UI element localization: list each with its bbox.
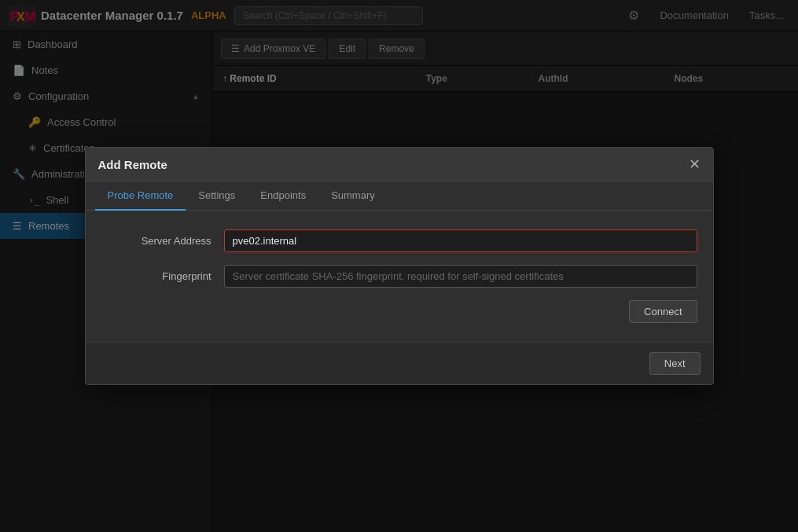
next-button[interactable]: Next: [649, 352, 701, 375]
add-remote-dialog: Add Remote ✕ Probe Remote Settings Endpo…: [85, 147, 714, 385]
dialog-body: Server Address Fingerprint Connect: [86, 211, 713, 342]
dialog-tabs: Probe Remote Settings Endpoints Summary: [86, 182, 713, 211]
fingerprint-field: [224, 265, 697, 288]
tab-endpoints[interactable]: Endpoints: [248, 182, 318, 211]
tab-summary[interactable]: Summary: [318, 182, 388, 211]
connect-button[interactable]: Connect: [629, 300, 697, 323]
tab-settings[interactable]: Settings: [186, 182, 248, 211]
modal-overlay: Add Remote ✕ Probe Remote Settings Endpo…: [0, 0, 798, 532]
fingerprint-label: Fingerprint: [101, 270, 211, 282]
dialog-close-button[interactable]: ✕: [689, 157, 701, 171]
fingerprint-input[interactable]: [224, 265, 697, 288]
dialog-header: Add Remote ✕: [86, 148, 713, 182]
server-address-input[interactable]: [224, 229, 697, 252]
dialog-footer: Next: [86, 342, 713, 384]
server-address-label: Server Address: [101, 235, 211, 247]
dialog-title: Add Remote: [98, 158, 167, 171]
tab-probe-remote[interactable]: Probe Remote: [95, 182, 186, 211]
fingerprint-row: Fingerprint: [101, 265, 697, 288]
server-address-row: Server Address: [101, 229, 697, 252]
server-address-field: [224, 229, 697, 252]
